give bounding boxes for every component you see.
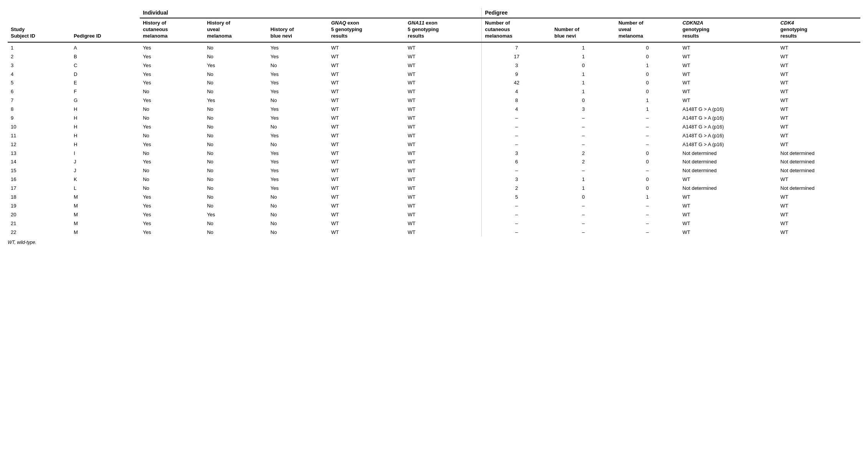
table-row: 7GYesYesNoWTWT801WTWT <box>8 96 860 105</box>
col-num-cutaneous: Number ofcutaneousmelanomas <box>482 18 551 42</box>
table-cell: 17 <box>482 53 551 61</box>
table-cell: 18 <box>8 193 71 202</box>
table-cell: 1 <box>551 53 615 61</box>
table-cell: WT <box>680 61 777 70</box>
table-cell: 0 <box>615 70 680 79</box>
table-cell: Yes <box>140 61 204 70</box>
table-cell: H <box>71 140 140 149</box>
table-cell: 0 <box>615 149 680 158</box>
table-cell: No <box>140 132 204 140</box>
table-cell: 1 <box>615 96 680 105</box>
table-cell: WT <box>328 211 405 219</box>
table-cell: Yes <box>268 79 328 87</box>
table-cell: WT <box>405 61 482 70</box>
table-cell: Yes <box>140 79 204 87</box>
table-cell: Yes <box>268 175 328 184</box>
table-cell: WT <box>777 105 860 114</box>
individual-group-header: Individual <box>140 8 481 18</box>
table-cell: M <box>71 211 140 219</box>
table-cell: WT <box>777 202 860 211</box>
table-cell: Yes <box>204 96 267 105</box>
table-cell: Yes <box>268 53 328 61</box>
table-cell: Yes <box>268 87 328 96</box>
table-cell: Yes <box>140 158 204 166</box>
table-cell: Yes <box>140 211 204 219</box>
table-cell: M <box>71 202 140 211</box>
table-cell: WT <box>777 87 860 96</box>
table-cell: No <box>204 140 267 149</box>
table-cell: 9 <box>8 114 71 123</box>
table-cell: – <box>615 202 680 211</box>
table-cell: 16 <box>8 175 71 184</box>
table-cell: WT <box>777 219 860 228</box>
table-cell: – <box>615 211 680 219</box>
table-row: 5EYesNoYesWTWT4210WTWT <box>8 79 860 87</box>
table-cell: 4 <box>482 105 551 114</box>
table-cell: No <box>268 202 328 211</box>
table-cell: No <box>204 79 267 87</box>
table-cell: Yes <box>140 228 204 237</box>
table-cell: WT <box>680 53 777 61</box>
table-row: 22MYesNoNoWTWT–––WTWT <box>8 228 860 237</box>
table-cell: A148T G > A (p16) <box>680 140 777 149</box>
table-cell: No <box>268 140 328 149</box>
table-cell: 3 <box>482 149 551 158</box>
table-cell: A <box>71 42 140 53</box>
col-hist-blue: History ofblue nevi <box>268 18 328 42</box>
table-cell: No <box>140 184 204 193</box>
table-cell: No <box>268 123 328 132</box>
table-cell: No <box>140 149 204 158</box>
table-cell: WT <box>405 123 482 132</box>
table-cell: WT <box>777 70 860 79</box>
table-cell: Not determined <box>777 158 860 166</box>
table-cell: A148T G > A (p16) <box>680 132 777 140</box>
table-row: 12HYesNoNoWTWT–––A148T G > A (p16)WT <box>8 140 860 149</box>
table-cell: 1 <box>551 87 615 96</box>
table-cell: WT <box>777 79 860 87</box>
table-cell: WT <box>680 96 777 105</box>
table-cell: Yes <box>268 184 328 193</box>
table-cell: – <box>615 140 680 149</box>
table-cell: WT <box>328 53 405 61</box>
table-cell: – <box>551 219 615 228</box>
data-table: Individual Pedigree StudySubject ID Pedi… <box>8 8 860 237</box>
table-cell: WT <box>777 96 860 105</box>
table-cell: D <box>71 70 140 79</box>
table-cell: WT <box>405 184 482 193</box>
table-row: 1AYesNoYesWTWT710WTWT <box>8 42 860 53</box>
table-cell: 20 <box>8 211 71 219</box>
table-cell: WT <box>405 193 482 202</box>
table-row: 16KNoNoYesWTWT310WTWT <box>8 175 860 184</box>
table-cell: WT <box>328 96 405 105</box>
table-cell: WT <box>328 219 405 228</box>
table-cell: – <box>615 123 680 132</box>
table-cell: M <box>71 193 140 202</box>
table-cell: WT <box>680 193 777 202</box>
table-cell: WT <box>328 105 405 114</box>
table-cell: No <box>204 123 267 132</box>
table-cell: 15 <box>8 166 71 175</box>
table-cell: No <box>268 61 328 70</box>
table-cell: WT <box>405 202 482 211</box>
table-cell: WT <box>328 149 405 158</box>
table-row: 17LNoNoYesWTWT210Not determinedNot deter… <box>8 184 860 193</box>
table-cell: Yes <box>140 70 204 79</box>
table-cell: WT <box>328 193 405 202</box>
table-cell: 8 <box>8 105 71 114</box>
table-row: 21MYesNoNoWTWT–––WTWT <box>8 219 860 228</box>
table-cell: WT <box>405 149 482 158</box>
table-cell: J <box>71 166 140 175</box>
table-cell: WT <box>777 132 860 140</box>
table-cell: Not determined <box>680 158 777 166</box>
table-cell: No <box>204 70 267 79</box>
table-cell: WT <box>777 61 860 70</box>
table-cell: No <box>204 114 267 123</box>
table-cell: WT <box>328 140 405 149</box>
table-cell: 2 <box>551 149 615 158</box>
empty-group-header <box>8 8 140 18</box>
table-body: 1AYesNoYesWTWT710WTWT2BYesNoYesWTWT1710W… <box>8 42 860 237</box>
table-row: 18MYesNoNoWTWT501WTWT <box>8 193 860 202</box>
table-row: 20MYesYesNoWTWT–––WTWT <box>8 211 860 219</box>
table-cell: 10 <box>8 123 71 132</box>
table-cell: L <box>71 184 140 193</box>
